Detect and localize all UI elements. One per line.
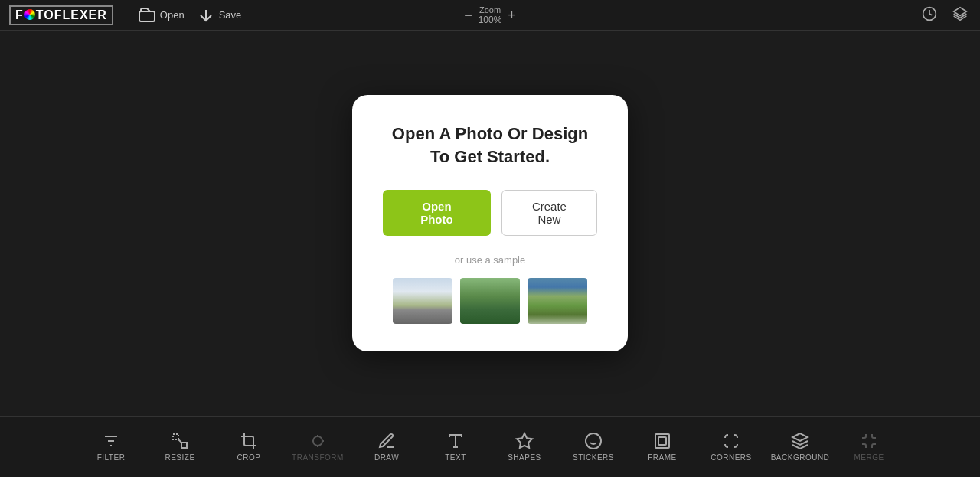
merge-icon [860,432,878,450]
sample-image-2[interactable] [460,278,520,324]
background-icon [791,432,809,450]
tool-crop[interactable]: CROP [214,417,283,478]
top-nav: F TOFLEXER Open Save − Zoom 100% + [0,0,980,31]
bottom-toolbar: FILTER RESIZE CROP TRANSFORM DRAW [0,416,980,477]
svg-rect-0 [139,11,155,21]
sample-image-1[interactable] [393,278,452,324]
corners-icon [722,432,740,450]
dialog-title: Open A Photo Or Design To Get Started. [383,123,597,168]
save-button[interactable]: Save [191,3,248,28]
filter-icon [102,432,120,450]
zoom-value: 100% [479,15,502,25]
frame-icon [653,432,671,450]
zoom-in-button[interactable]: + [508,8,516,22]
canvas-area: Open A Photo Or Design To Get Started. O… [0,31,980,416]
dialog-buttons: Open Photo Create New [383,190,597,236]
resize-label: RESIZE [165,453,194,462]
frame-label: FRAME [648,453,677,462]
open-photo-button[interactable]: Open Photo [383,190,491,236]
stickers-label: STICKERS [573,453,614,462]
svg-rect-7 [181,443,187,448]
save-icon [197,6,215,25]
corners-label: CORNERS [710,453,752,462]
open-label: Open [160,9,185,21]
text-label: TEXT [445,453,466,462]
svg-rect-15 [655,434,669,448]
layers-icon [952,6,968,21]
tool-shapes[interactable]: SHAPES [490,417,559,478]
sample-image-3[interactable] [528,278,587,324]
crop-label: CROP [237,453,261,462]
create-new-button[interactable]: Create New [501,190,597,236]
merge-label: MERGE [854,453,884,462]
tool-stickers[interactable]: STICKERS [559,417,628,478]
draw-label: DRAW [374,453,399,462]
text-icon [446,432,465,450]
zoom-control: − Zoom 100% + [464,5,516,25]
history-icon [922,6,937,21]
tool-text[interactable]: TEXT [421,417,490,478]
open-icon [138,6,156,25]
logo: F TOFLEXER [9,5,113,25]
tool-transform: TRANSFORM [283,417,352,478]
svg-rect-6 [173,434,178,439]
history-button[interactable] [919,3,940,28]
sample-label: or use a sample [455,254,526,266]
open-button[interactable]: Open [132,3,191,28]
shapes-icon [515,432,534,450]
logo-box: F TOFLEXER [9,5,113,25]
logo-text: F [15,8,24,22]
tool-merge: MERGE [835,417,903,478]
tool-resize[interactable]: RESIZE [145,417,214,478]
nav-right [919,3,971,28]
svg-point-8 [313,436,322,446]
logo-o-icon [24,9,35,20]
sample-divider: or use a sample [383,254,597,266]
save-label: Save [219,9,242,21]
tool-frame[interactable]: FRAME [628,417,697,478]
transform-icon [309,432,327,450]
welcome-dialog: Open A Photo Or Design To Get Started. O… [352,95,628,351]
zoom-display: Zoom 100% [479,5,502,25]
background-label: BACKGROUND [771,453,830,462]
tool-corners[interactable]: CORNERS [697,417,766,478]
shapes-label: SHAPES [508,453,541,462]
draw-icon [377,432,396,450]
crop-icon [240,432,258,450]
svg-rect-16 [658,437,666,445]
zoom-out-button[interactable]: − [464,8,472,22]
svg-point-12 [586,433,601,449]
filter-label: FILTER [97,453,126,462]
tool-background[interactable]: BACKGROUND [766,417,835,478]
tool-draw[interactable]: DRAW [352,417,421,478]
svg-marker-11 [517,433,532,448]
layers-button[interactable] [949,3,971,28]
logo-text-rest: TOFLEXER [36,8,107,22]
tool-filter[interactable]: FILTER [77,417,145,478]
resize-icon [171,432,189,450]
sample-images [383,278,597,324]
transform-label: TRANSFORM [292,453,344,462]
stickers-icon [584,432,603,450]
